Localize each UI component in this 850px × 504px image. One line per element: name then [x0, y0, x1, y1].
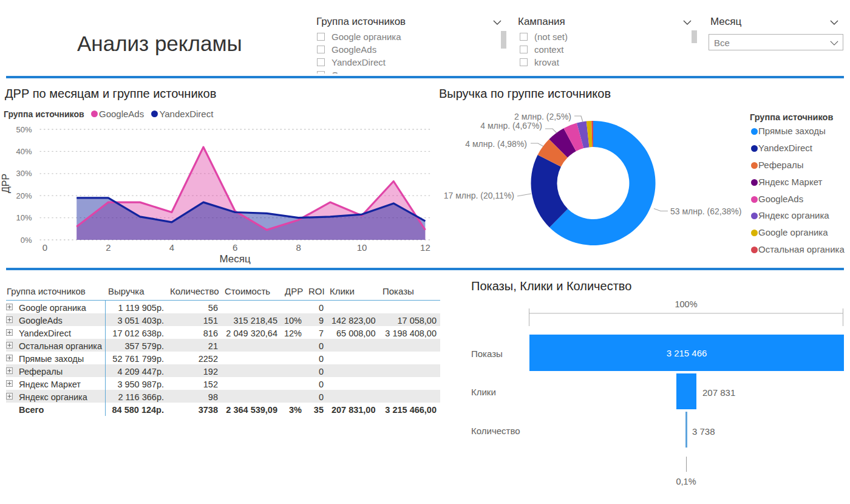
- svg-text:0%: 0%: [21, 236, 32, 245]
- svg-text:20%: 20%: [16, 191, 32, 200]
- svg-text:8: 8: [296, 242, 301, 253]
- svg-text:Месяц: Месяц: [219, 253, 251, 265]
- svg-text:6: 6: [233, 242, 237, 253]
- svg-text:53 млнр. (62,38%): 53 млнр. (62,38%): [670, 206, 741, 216]
- svg-text:ДРР: ДРР: [1, 174, 11, 193]
- svg-text:0: 0: [42, 242, 47, 253]
- svg-text:40%: 40%: [16, 147, 32, 156]
- svg-text:17 млнр. (20,11%): 17 млнр. (20,11%): [444, 191, 514, 200]
- svg-text:2 млнр. (2,5%): 2 млнр. (2,5%): [514, 112, 571, 121]
- svg-text:30%: 30%: [16, 169, 32, 178]
- svg-text:4 млнр. (4,98%): 4 млнр. (4,98%): [465, 139, 527, 149]
- svg-text:10: 10: [357, 242, 367, 253]
- svg-text:10%: 10%: [16, 213, 32, 222]
- svg-text:2: 2: [106, 242, 110, 253]
- svg-text:4 млнр. (4,67%): 4 млнр. (4,67%): [480, 121, 542, 131]
- svg-text:50%: 50%: [16, 125, 32, 134]
- svg-text:4: 4: [169, 242, 174, 253]
